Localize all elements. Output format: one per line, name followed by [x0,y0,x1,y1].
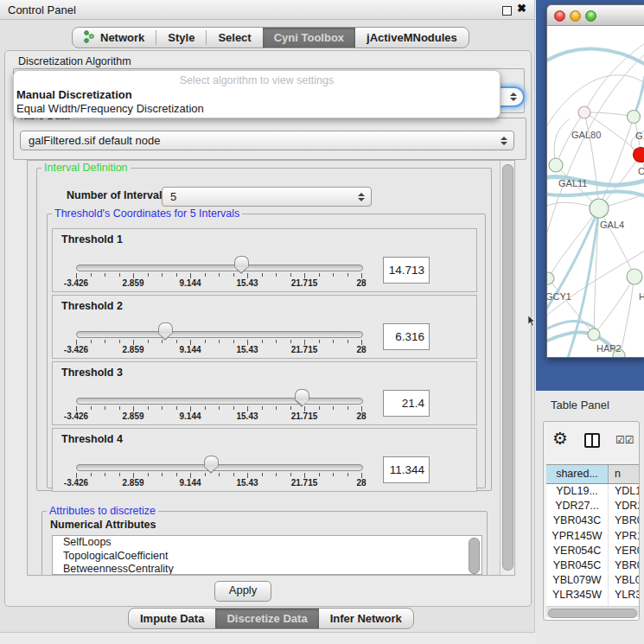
gear-icon[interactable]: ⚙ [552,428,568,449]
table-row[interactable]: YBR045CYBR0 [546,558,640,573]
column-header-1[interactable]: shared... [546,465,609,483]
combo-arrows-icon [510,92,517,101]
tab-network[interactable]: Network [73,28,156,48]
tab-impute-data[interactable]: Impute Data [129,609,215,628]
tick-mark [333,273,334,277]
table-row[interactable]: YBL079WYBL0 [546,573,640,588]
checkboxes-icon[interactable]: ☑☑ [615,434,634,446]
control-panel-window: Control Panel ✖ NetworkStyleSelectCyni T… [0,0,535,633]
table-row[interactable]: YBR043CYBR0 [546,513,640,528]
table-cell: YDR2 [609,499,640,513]
tick-mark [119,473,120,476]
zoom-traffic-light-icon[interactable] [585,10,596,22]
network-node-green[interactable] [590,199,609,218]
threshold-panel-1: Threshold 1-3.4262.8599.14415.4321.71528… [52,228,477,292]
tick-mark [233,340,234,343]
tab-jactivemnodules[interactable]: jActiveMNodules [355,28,469,48]
tab-select[interactable]: Select [207,28,262,48]
table-cell: YBR0 [609,513,640,528]
attribute-item-topologicalcoefficient[interactable]: TopologicalCoefficient [53,550,481,564]
table-cell: YBR0 [609,558,640,573]
network-node-green[interactable] [628,111,641,124]
number-of-intervals-combobox[interactable]: 5 [162,187,372,207]
slider-handle[interactable] [234,256,249,267]
tab-label: jActiveMNodules [367,31,457,44]
threshold-value-field[interactable]: 6.316 [383,323,430,350]
table-row[interactable]: YDL19...YDL1 [546,484,640,499]
list-scrollbar[interactable] [469,538,480,574]
tab-discretize-data[interactable]: Discretize Data [215,609,318,628]
slider-track[interactable] [76,265,363,271]
minimize-traffic-light-icon[interactable] [570,10,581,22]
tab-style[interactable]: Style [156,28,206,48]
tick-mark [262,473,263,476]
close-icon[interactable]: ✖ [517,2,526,15]
network-node-label: H [639,291,644,302]
table-row[interactable]: YPR145WYPR1 [546,529,640,544]
table-data-combobox[interactable]: galFiltered.sif default node [20,131,514,150]
table-row[interactable]: YDR27...YDR2 [546,499,640,513]
network-node-green[interactable] [547,272,554,284]
tick-mark [319,340,320,343]
algorithm-dropdown-popup: Select algorithm to view settings Manual… [13,70,501,118]
tick-label: 21.715 [291,345,318,354]
tick-mark [233,473,234,476]
column-header-2[interactable]: n [609,465,640,483]
desktop-background: GAL80G.CGAL11GAL4GCY1HHAP2 [536,0,644,391]
algorithm-option-manual-discretization[interactable]: Manual Discretization [16,88,132,101]
network-node-green[interactable] [549,158,563,172]
tick-mark [205,406,206,410]
attribute-item-betweennesscentrality[interactable]: BetweennessCentrality [53,563,481,575]
network-graph: GAL80G.CGAL11GAL4GCY1HHAP2 [547,26,644,357]
network-node-pink[interactable] [578,106,590,118]
tick-mark [276,473,277,476]
algorithm-option-equal-width-frequency-discretization[interactable]: Equal Width/Frequency Discretization [16,102,204,115]
threshold-label: Threshold 3 [61,367,123,379]
tick-label: 28 [356,411,366,421]
float-window-icon[interactable] [502,6,512,16]
tab-label: Cyni Toolbox [274,31,344,44]
table-horizontal-scrollbar[interactable] [546,606,640,617]
tick-mark [290,473,291,476]
tab-cyni-toolbox[interactable]: Cyni Toolbox [263,28,355,48]
slider-handle[interactable] [158,322,173,334]
tick-label: 9.144 [179,478,201,488]
network-node-red[interactable] [634,148,644,163]
scrollbar-thumb[interactable] [502,164,513,571]
network-thick-edge [547,321,597,330]
slider-track[interactable] [76,398,363,405]
tick-label: 28 [356,278,366,288]
network-node-green[interactable] [627,269,642,284]
settings-vertical-scrollbar[interactable] [500,161,514,575]
tab-infer-network[interactable]: Infer Network [319,609,413,628]
hscrollbar-thumb[interactable] [548,609,637,618]
network-node-green[interactable] [588,328,600,341]
tick-mark [176,473,177,476]
tick-mark [205,340,206,343]
apply-button[interactable]: Apply [214,581,271,602]
network-node-label: C [638,166,644,176]
numerical-attributes-list[interactable]: SelfLoopsTopologicalCoefficientBetweenne… [52,535,482,575]
columns-icon[interactable] [584,433,600,448]
network-canvas[interactable]: GAL80G.CGAL11GAL4GCY1HHAP2 [547,26,644,357]
close-traffic-light-icon[interactable] [554,10,565,22]
threshold-value-field[interactable]: 21.4 [383,390,430,417]
screen: Control Panel ✖ NetworkStyleSelectCyni T… [0,0,644,644]
attribute-item-selfloops[interactable]: SelfLoops [53,536,481,550]
tick-mark [91,340,92,343]
table-cell: YBR043C [546,513,609,528]
table-row[interactable]: YER054CYER0 [546,544,640,558]
table-row[interactable]: YLR345WYLR3 [546,588,640,603]
attribute-items: SelfLoopsTopologicalCoefficientBetweenne… [53,536,481,575]
tick-label: 9.144 [179,411,201,421]
tick-mark [262,340,263,343]
bottom-tab-strip: Impute DataDiscretize DataInfer Network [128,608,414,629]
threshold-value-field[interactable]: 11.344 [383,456,430,483]
threshold-value-field[interactable]: 14.713 [383,257,430,284]
slider-track[interactable] [76,331,363,338]
tick-label: 9.144 [179,345,201,354]
slider-handle[interactable] [204,456,219,467]
table-cell: YLR3 [609,588,640,603]
slider-track[interactable] [76,464,363,471]
slider-handle[interactable] [295,389,309,400]
